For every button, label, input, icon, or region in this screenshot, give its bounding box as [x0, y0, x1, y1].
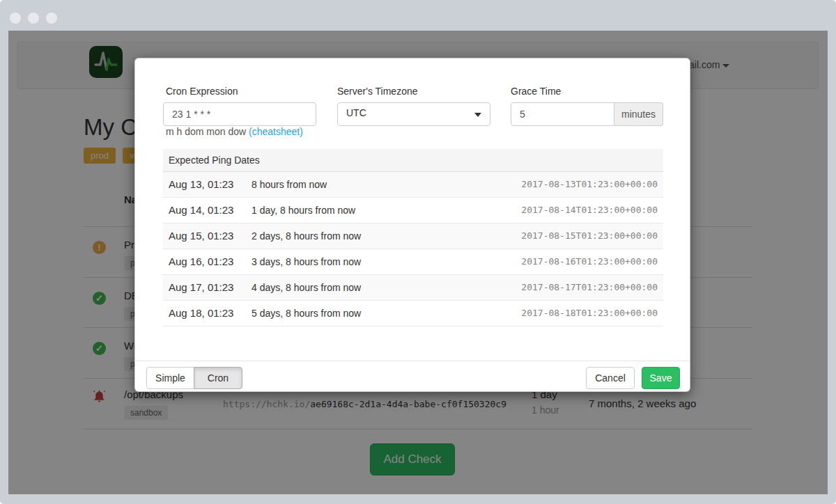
- grace-time-input[interactable]: [511, 102, 614, 126]
- ping-date-row: Aug 14, 01:23 1 day, 8 hours from now 20…: [163, 198, 663, 223]
- ping-date: Aug 18, 01:23: [169, 307, 233, 319]
- window-minimize-button[interactable]: [28, 13, 39, 24]
- cheatsheet-link[interactable]: (cheatsheet): [249, 126, 303, 137]
- ping-relative: 8 hours from now: [251, 179, 327, 190]
- browser-window: ail.com My Checks prod work Name ! Pr pr…: [0, 0, 836, 504]
- grace-unit-addon: minutes: [614, 102, 663, 126]
- ping-date: Aug 17, 01:23: [169, 281, 233, 293]
- ping-iso: 2017-08-17T01:23:00+00:00: [521, 282, 658, 292]
- modal-footer: Simple Cron Cancel Save: [135, 361, 690, 393]
- ping-date-row: Aug 16, 01:23 3 days, 8 hours from now 2…: [163, 249, 663, 275]
- ping-relative: 5 days, 8 hours from now: [251, 308, 361, 319]
- ping-iso: 2017-08-13T01:23:00+00:00: [521, 179, 658, 189]
- schedule-modal: Cron Expression Server's Timezone Grace …: [134, 58, 690, 392]
- ping-date: Aug 15, 01:23: [169, 230, 233, 242]
- ping-iso: 2017-08-18T01:23:00+00:00: [521, 308, 658, 318]
- window-titlebar: [0, 0, 836, 31]
- ping-iso: 2017-08-16T01:23:00+00:00: [521, 256, 658, 267]
- ping-iso: 2017-08-15T01:23:00+00:00: [521, 230, 658, 241]
- ping-dates-table: Expected Ping Dates Aug 13, 01:23 8 hour…: [163, 149, 663, 326]
- cron-expression-label: Cron Expression: [166, 86, 238, 97]
- cancel-button[interactable]: Cancel: [586, 367, 635, 389]
- window-close-button[interactable]: [10, 13, 21, 24]
- timezone-select[interactable]: UTC: [337, 102, 490, 126]
- ping-date: Aug 16, 01:23: [169, 255, 233, 267]
- schedule-mode-simple-button[interactable]: Simple: [146, 367, 194, 389]
- ping-relative: 2 days, 8 hours from now: [251, 230, 361, 242]
- ping-date-row: Aug 17, 01:23 4 days, 8 hours from now 2…: [163, 275, 663, 301]
- cron-hint-text: m h dom mon dow: [166, 126, 249, 137]
- ping-date: Aug 13, 01:23: [169, 178, 233, 190]
- schedule-mode-cron-button[interactable]: Cron: [194, 367, 242, 389]
- timezone-label: Server's Timezone: [337, 86, 418, 97]
- cron-hint: m h dom mon dow (cheatsheet): [166, 126, 303, 137]
- select-caret-icon: [474, 113, 481, 117]
- ping-date-row: Aug 15, 01:23 2 days, 8 hours from now 2…: [163, 223, 663, 249]
- ping-relative: 4 days, 8 hours from now: [251, 282, 361, 293]
- ping-date-row: Aug 18, 01:23 5 days, 8 hours from now 2…: [163, 301, 663, 326]
- cron-expression-input[interactable]: [163, 102, 316, 126]
- ping-iso: 2017-08-14T01:23:00+00:00: [521, 205, 658, 215]
- grace-time-label: Grace Time: [511, 86, 561, 97]
- ping-date: Aug 14, 01:23: [169, 204, 233, 216]
- window-maximize-button[interactable]: [46, 13, 57, 24]
- ping-relative: 3 days, 8 hours from now: [251, 256, 361, 267]
- ping-date-row: Aug 13, 01:23 8 hours from now 2017-08-1…: [163, 172, 663, 198]
- ping-dates-header: Expected Ping Dates: [163, 149, 663, 172]
- save-button[interactable]: Save: [642, 367, 680, 389]
- ping-relative: 1 day, 8 hours from now: [251, 205, 355, 216]
- timezone-selected-value: UTC: [346, 107, 366, 118]
